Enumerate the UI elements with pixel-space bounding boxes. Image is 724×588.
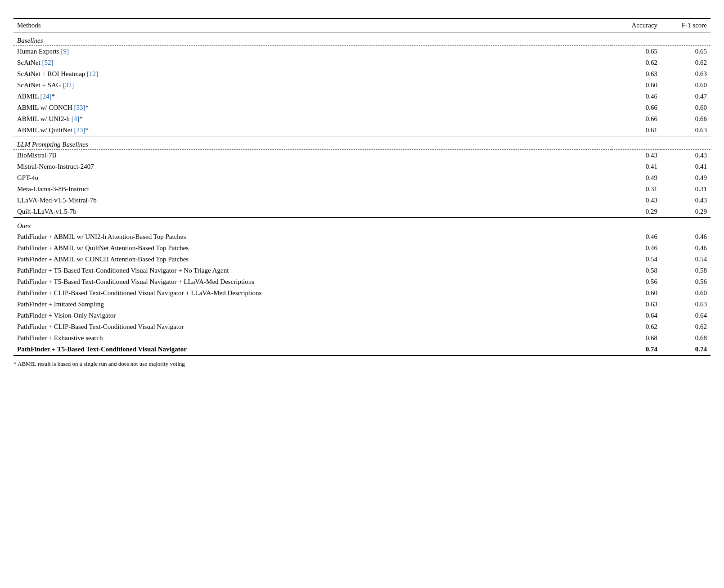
method-cell: ScAtNet + ROI Heatmap [12] bbox=[13, 68, 612, 80]
accuracy-cell: 0.66 bbox=[612, 102, 661, 113]
table-row: PathFinder + CLIP-Based Text-Conditioned… bbox=[13, 287, 711, 299]
f1-cell: 0.62 bbox=[661, 321, 711, 332]
f1-cell: 0.63 bbox=[661, 68, 711, 80]
accuracy-cell: 0.56 bbox=[612, 276, 661, 287]
method-cell: ABMIL [24]* bbox=[13, 91, 612, 102]
accuracy-cell: 0.43 bbox=[612, 150, 661, 162]
method-cell: PathFinder + Exhaustive search bbox=[13, 332, 612, 344]
col-accuracy: Accuracy bbox=[612, 18, 661, 32]
accuracy-cell: 0.68 bbox=[612, 332, 661, 344]
table-row: PathFinder + ABMIL w/ UNI2-h Attention-B… bbox=[13, 231, 711, 243]
accuracy-cell: 0.60 bbox=[612, 80, 661, 91]
method-cell: Meta-Llama-3-8B-Instruct bbox=[13, 184, 612, 195]
accuracy-cell: 0.64 bbox=[612, 310, 661, 321]
f1-cell: 0.43 bbox=[661, 150, 711, 162]
table-row: PathFinder + Exhaustive search0.680.68 bbox=[13, 332, 711, 344]
accuracy-cell: 0.49 bbox=[612, 172, 661, 184]
table-row: Mistral-Nemo-Instruct-24070.410.41 bbox=[13, 161, 711, 172]
method-cell: Mistral-Nemo-Instruct-2407 bbox=[13, 161, 612, 172]
f1-cell: 0.74 bbox=[661, 344, 711, 355]
accuracy-cell: 0.46 bbox=[612, 231, 661, 243]
accuracy-cell: 0.46 bbox=[612, 91, 661, 102]
table-container: Methods Accuracy F-1 score BaselinesHuma… bbox=[13, 18, 711, 368]
f1-cell: 0.47 bbox=[661, 91, 711, 102]
f1-cell: 0.64 bbox=[661, 310, 711, 321]
table-row: PathFinder + Imitated Sampling0.630.63 bbox=[13, 299, 711, 310]
method-cell: ScAtNet + SAG [32] bbox=[13, 80, 612, 91]
f1-cell: 0.56 bbox=[661, 276, 711, 287]
table-row: PathFinder + CLIP-Based Text-Conditioned… bbox=[13, 321, 711, 332]
f1-cell: 0.41 bbox=[661, 161, 711, 172]
f1-cell: 0.43 bbox=[661, 195, 711, 206]
method-cell: PathFinder + CLIP-Based Text-Conditioned… bbox=[13, 287, 612, 299]
accuracy-cell: 0.60 bbox=[612, 287, 661, 299]
method-cell: Quilt-LLaVA-v1.5-7b bbox=[13, 206, 612, 218]
f1-cell: 0.46 bbox=[661, 242, 711, 254]
accuracy-cell: 0.31 bbox=[612, 184, 661, 195]
table-row: PathFinder + Vision-Only Navigator0.640.… bbox=[13, 310, 711, 321]
f1-cell: 0.60 bbox=[661, 287, 711, 299]
accuracy-cell: 0.62 bbox=[612, 321, 661, 332]
table-row: ABMIL w/ CONCH [33]*0.660.60 bbox=[13, 102, 711, 113]
table-row: ScAtNet [52]0.620.62 bbox=[13, 57, 711, 68]
f1-cell: 0.66 bbox=[661, 113, 711, 125]
section-header-ours: Ours bbox=[13, 218, 711, 231]
table-row: ABMIL w/ UNI2-h [4]*0.660.66 bbox=[13, 113, 711, 125]
method-cell: LLaVA-Med-v1.5-Mistral-7b bbox=[13, 195, 612, 206]
method-cell: PathFinder + ABMIL w/ QuiltNet Attention… bbox=[13, 242, 612, 254]
table-row: PathFinder + T5-Based Text-Conditioned V… bbox=[13, 265, 711, 276]
method-cell: PathFinder + Imitated Sampling bbox=[13, 299, 612, 310]
method-cell: ABMIL w/ QuiltNet [23]* bbox=[13, 125, 612, 136]
accuracy-cell: 0.61 bbox=[612, 125, 661, 136]
table-row: LLaVA-Med-v1.5-Mistral-7b0.430.43 bbox=[13, 195, 711, 206]
method-cell: Human Experts [9] bbox=[13, 46, 612, 58]
method-cell: ABMIL w/ UNI2-h [4]* bbox=[13, 113, 612, 125]
accuracy-cell: 0.62 bbox=[612, 57, 661, 68]
f1-cell: 0.31 bbox=[661, 184, 711, 195]
table-row: GPT-4o0.490.49 bbox=[13, 172, 711, 184]
table-row: Human Experts [9]0.650.65 bbox=[13, 46, 711, 58]
f1-cell: 0.58 bbox=[661, 265, 711, 276]
f1-cell: 0.46 bbox=[661, 231, 711, 243]
accuracy-cell: 0.46 bbox=[612, 242, 661, 254]
accuracy-cell: 0.63 bbox=[612, 299, 661, 310]
table-row: Meta-Llama-3-8B-Instruct0.310.31 bbox=[13, 184, 711, 195]
accuracy-cell: 0.74 bbox=[612, 344, 661, 355]
f1-cell: 0.49 bbox=[661, 172, 711, 184]
method-cell: ABMIL w/ CONCH [33]* bbox=[13, 102, 612, 113]
f1-cell: 0.60 bbox=[661, 80, 711, 91]
table-row: ScAtNet + ROI Heatmap [12]0.630.63 bbox=[13, 68, 711, 80]
accuracy-cell: 0.65 bbox=[612, 46, 661, 58]
table-header-row: Methods Accuracy F-1 score bbox=[13, 18, 711, 32]
f1-cell: 0.63 bbox=[661, 125, 711, 136]
col-methods: Methods bbox=[13, 18, 612, 32]
table-footnote: * ABMIL result is based on a single run … bbox=[13, 360, 711, 368]
accuracy-cell: 0.63 bbox=[612, 68, 661, 80]
table-row: Quilt-LLaVA-v1.5-7b0.290.29 bbox=[13, 206, 711, 218]
method-cell: PathFinder + ABMIL w/ UNI2-h Attention-B… bbox=[13, 231, 612, 243]
method-cell: GPT-4o bbox=[13, 172, 612, 184]
f1-cell: 0.68 bbox=[661, 332, 711, 344]
table-row: PathFinder + T5-Based Text-Conditioned V… bbox=[13, 276, 711, 287]
accuracy-cell: 0.29 bbox=[612, 206, 661, 218]
table-row: ABMIL w/ QuiltNet [23]*0.610.63 bbox=[13, 125, 711, 136]
f1-cell: 0.29 bbox=[661, 206, 711, 218]
f1-cell: 0.65 bbox=[661, 46, 711, 58]
method-cell: PathFinder + CLIP-Based Text-Conditioned… bbox=[13, 321, 612, 332]
table-row: ScAtNet + SAG [32]0.600.60 bbox=[13, 80, 711, 91]
f1-cell: 0.54 bbox=[661, 254, 711, 265]
method-cell: ScAtNet [52] bbox=[13, 57, 612, 68]
table-row: ABMIL [24]*0.460.47 bbox=[13, 91, 711, 102]
table-row: PathFinder + T5-Based Text-Conditioned V… bbox=[13, 344, 711, 355]
table-row: BioMistral-7B0.430.43 bbox=[13, 150, 711, 162]
method-cell: BioMistral-7B bbox=[13, 150, 612, 162]
method-cell: PathFinder + Vision-Only Navigator bbox=[13, 310, 612, 321]
section-header-llm: LLM Prompting Baselines bbox=[13, 136, 711, 150]
section-header-baselines: Baselines bbox=[13, 32, 711, 46]
col-f1: F-1 score bbox=[661, 18, 711, 32]
method-cell: PathFinder + T5-Based Text-Conditioned V… bbox=[13, 265, 612, 276]
accuracy-cell: 0.43 bbox=[612, 195, 661, 206]
method-cell: PathFinder + T5-Based Text-Conditioned V… bbox=[13, 276, 612, 287]
method-cell: PathFinder + ABMIL w/ CONCH Attention-Ba… bbox=[13, 254, 612, 265]
accuracy-cell: 0.66 bbox=[612, 113, 661, 125]
